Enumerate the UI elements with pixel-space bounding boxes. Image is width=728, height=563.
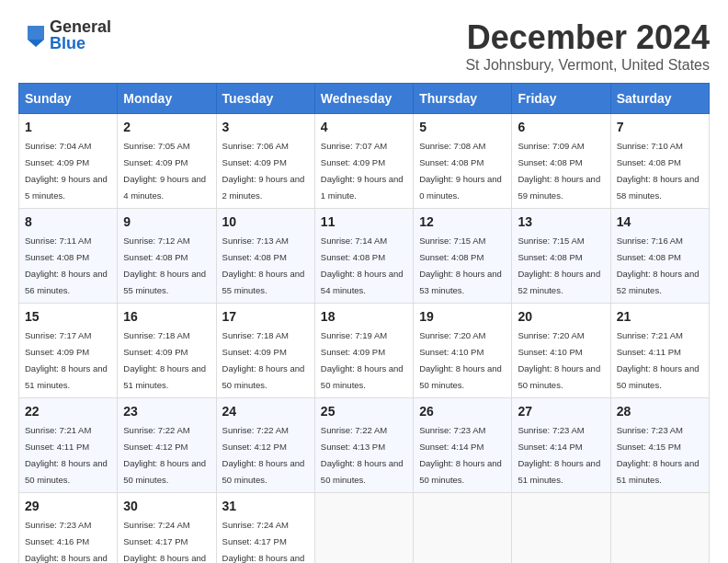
calendar-cell: 10 Sunrise: 7:13 AMSunset: 4:08 PMDaylig…	[216, 209, 314, 304]
day-info: Sunrise: 7:14 AMSunset: 4:08 PMDaylight:…	[321, 236, 404, 295]
day-number: 24	[222, 404, 309, 419]
calendar-week-row: 15 Sunrise: 7:17 AMSunset: 4:09 PMDaylig…	[19, 304, 710, 398]
day-info: Sunrise: 7:11 AMSunset: 4:08 PMDaylight:…	[25, 236, 108, 295]
calendar-header-wednesday: Wednesday	[314, 84, 413, 114]
day-number: 6	[518, 120, 604, 134]
calendar-cell: 3 Sunrise: 7:06 AMSunset: 4:09 PMDayligh…	[216, 114, 314, 209]
calendar-cell: 15 Sunrise: 7:17 AMSunset: 4:09 PMDaylig…	[19, 304, 118, 398]
day-info: Sunrise: 7:15 AMSunset: 4:08 PMDaylight:…	[518, 236, 600, 295]
logo-general-text: General	[50, 18, 111, 35]
calendar-cell: 31 Sunrise: 7:24 AMSunset: 4:17 PMDaylig…	[216, 493, 314, 564]
day-number: 2	[123, 120, 210, 134]
calendar-cell: 20 Sunrise: 7:20 AMSunset: 4:10 PMDaylig…	[512, 304, 610, 398]
calendar-cell: 2 Sunrise: 7:05 AMSunset: 4:09 PMDayligh…	[118, 114, 216, 209]
svg-marker-0	[28, 26, 44, 40]
day-number: 28	[617, 404, 703, 419]
day-info: Sunrise: 7:18 AMSunset: 4:09 PMDaylight:…	[222, 330, 305, 390]
calendar-cell	[512, 493, 610, 564]
day-info: Sunrise: 7:23 AMSunset: 4:14 PMDaylight:…	[419, 425, 502, 485]
calendar-cell: 27 Sunrise: 7:23 AMSunset: 4:14 PMDaylig…	[512, 398, 610, 493]
day-number: 27	[518, 404, 604, 419]
calendar-cell	[314, 493, 413, 564]
calendar-table: SundayMondayTuesdayWednesdayThursdayFrid…	[18, 83, 710, 563]
day-info: Sunrise: 7:06 AMSunset: 4:09 PMDaylight:…	[222, 141, 305, 201]
calendar-cell: 11 Sunrise: 7:14 AMSunset: 4:08 PMDaylig…	[314, 209, 413, 304]
day-number: 4	[321, 120, 407, 134]
day-info: Sunrise: 7:09 AMSunset: 4:08 PMDaylight:…	[518, 141, 600, 201]
day-info: Sunrise: 7:04 AMSunset: 4:09 PMDaylight:…	[25, 141, 108, 201]
location-subtitle: St Johnsbury, Vermont, United States	[465, 57, 710, 74]
calendar-header-thursday: Thursday	[414, 84, 512, 114]
day-info: Sunrise: 7:22 AMSunset: 4:12 PMDaylight:…	[123, 425, 206, 485]
day-number: 17	[222, 309, 309, 324]
calendar-cell	[610, 493, 709, 564]
calendar-cell: 14 Sunrise: 7:16 AMSunset: 4:08 PMDaylig…	[610, 209, 709, 304]
day-number: 29	[25, 499, 111, 513]
calendar-cell: 13 Sunrise: 7:15 AMSunset: 4:08 PMDaylig…	[512, 209, 610, 304]
calendar-cell: 1 Sunrise: 7:04 AMSunset: 4:09 PMDayligh…	[19, 114, 118, 209]
day-info: Sunrise: 7:22 AMSunset: 4:12 PMDaylight:…	[222, 425, 305, 485]
calendar-cell: 12 Sunrise: 7:15 AMSunset: 4:08 PMDaylig…	[414, 209, 512, 304]
day-info: Sunrise: 7:24 AMSunset: 4:17 PMDaylight:…	[222, 520, 305, 563]
day-number: 21	[617, 309, 703, 324]
logo-icon	[18, 21, 46, 49]
day-number: 13	[518, 214, 604, 229]
day-info: Sunrise: 7:21 AMSunset: 4:11 PMDaylight:…	[25, 425, 108, 485]
day-number: 14	[617, 214, 703, 229]
day-number: 1	[25, 120, 111, 134]
day-number: 9	[123, 214, 210, 229]
calendar-cell: 26 Sunrise: 7:23 AMSunset: 4:14 PMDaylig…	[414, 398, 512, 493]
calendar-cell: 5 Sunrise: 7:08 AMSunset: 4:08 PMDayligh…	[414, 114, 512, 209]
calendar-cell: 25 Sunrise: 7:22 AMSunset: 4:13 PMDaylig…	[314, 398, 413, 493]
day-info: Sunrise: 7:21 AMSunset: 4:11 PMDaylight:…	[617, 330, 700, 390]
day-info: Sunrise: 7:18 AMSunset: 4:09 PMDaylight:…	[123, 330, 206, 390]
day-info: Sunrise: 7:19 AMSunset: 4:09 PMDaylight:…	[321, 330, 404, 390]
calendar-header-saturday: Saturday	[610, 84, 709, 114]
calendar-cell: 18 Sunrise: 7:19 AMSunset: 4:09 PMDaylig…	[314, 304, 413, 398]
svg-marker-1	[28, 40, 44, 47]
day-number: 15	[25, 309, 111, 324]
calendar-header-monday: Monday	[118, 84, 216, 114]
day-info: Sunrise: 7:12 AMSunset: 4:08 PMDaylight:…	[123, 236, 206, 295]
day-info: Sunrise: 7:07 AMSunset: 4:09 PMDaylight:…	[321, 141, 404, 201]
day-number: 22	[25, 404, 111, 419]
day-info: Sunrise: 7:23 AMSunset: 4:14 PMDaylight:…	[518, 425, 600, 485]
calendar-cell: 7 Sunrise: 7:10 AMSunset: 4:08 PMDayligh…	[610, 114, 709, 209]
day-number: 11	[321, 214, 407, 229]
day-info: Sunrise: 7:22 AMSunset: 4:13 PMDaylight:…	[321, 425, 404, 485]
month-title: December 2024	[465, 18, 710, 57]
calendar-week-row: 8 Sunrise: 7:11 AMSunset: 4:08 PMDayligh…	[19, 209, 710, 304]
calendar-header-tuesday: Tuesday	[216, 84, 314, 114]
calendar-week-row: 1 Sunrise: 7:04 AMSunset: 4:09 PMDayligh…	[19, 114, 710, 209]
day-number: 31	[222, 499, 309, 513]
calendar-header-row: SundayMondayTuesdayWednesdayThursdayFrid…	[19, 84, 710, 114]
calendar-header-friday: Friday	[512, 84, 610, 114]
day-info: Sunrise: 7:16 AMSunset: 4:08 PMDaylight:…	[617, 236, 700, 295]
day-number: 26	[419, 404, 506, 419]
calendar-week-row: 29 Sunrise: 7:23 AMSunset: 4:16 PMDaylig…	[19, 493, 710, 564]
logo-blue-text: Blue	[50, 35, 111, 52]
calendar-cell: 4 Sunrise: 7:07 AMSunset: 4:09 PMDayligh…	[314, 114, 413, 209]
calendar-cell	[414, 493, 512, 564]
calendar-cell: 17 Sunrise: 7:18 AMSunset: 4:09 PMDaylig…	[216, 304, 314, 398]
calendar-cell: 9 Sunrise: 7:12 AMSunset: 4:08 PMDayligh…	[118, 209, 216, 304]
calendar-cell: 8 Sunrise: 7:11 AMSunset: 4:08 PMDayligh…	[19, 209, 118, 304]
day-number: 20	[518, 309, 604, 324]
day-info: Sunrise: 7:20 AMSunset: 4:10 PMDaylight:…	[518, 330, 600, 390]
day-info: Sunrise: 7:20 AMSunset: 4:10 PMDaylight:…	[419, 330, 502, 390]
calendar-cell: 16 Sunrise: 7:18 AMSunset: 4:09 PMDaylig…	[118, 304, 216, 398]
calendar-cell: 30 Sunrise: 7:24 AMSunset: 4:17 PMDaylig…	[118, 493, 216, 564]
day-info: Sunrise: 7:23 AMSunset: 4:16 PMDaylight:…	[25, 520, 108, 563]
calendar-cell: 19 Sunrise: 7:20 AMSunset: 4:10 PMDaylig…	[414, 304, 512, 398]
day-number: 12	[419, 214, 506, 229]
day-info: Sunrise: 7:05 AMSunset: 4:09 PMDaylight:…	[123, 141, 206, 201]
calendar-week-row: 22 Sunrise: 7:21 AMSunset: 4:11 PMDaylig…	[19, 398, 710, 493]
day-info: Sunrise: 7:08 AMSunset: 4:08 PMDaylight:…	[419, 141, 502, 201]
day-number: 16	[123, 309, 210, 324]
calendar-cell: 21 Sunrise: 7:21 AMSunset: 4:11 PMDaylig…	[610, 304, 709, 398]
page-header: General Blue December 2024 St Johnsbury,…	[18, 18, 710, 74]
calendar-cell: 23 Sunrise: 7:22 AMSunset: 4:12 PMDaylig…	[118, 398, 216, 493]
day-info: Sunrise: 7:10 AMSunset: 4:08 PMDaylight:…	[617, 141, 700, 201]
calendar-header-sunday: Sunday	[19, 84, 118, 114]
day-number: 5	[419, 120, 506, 134]
